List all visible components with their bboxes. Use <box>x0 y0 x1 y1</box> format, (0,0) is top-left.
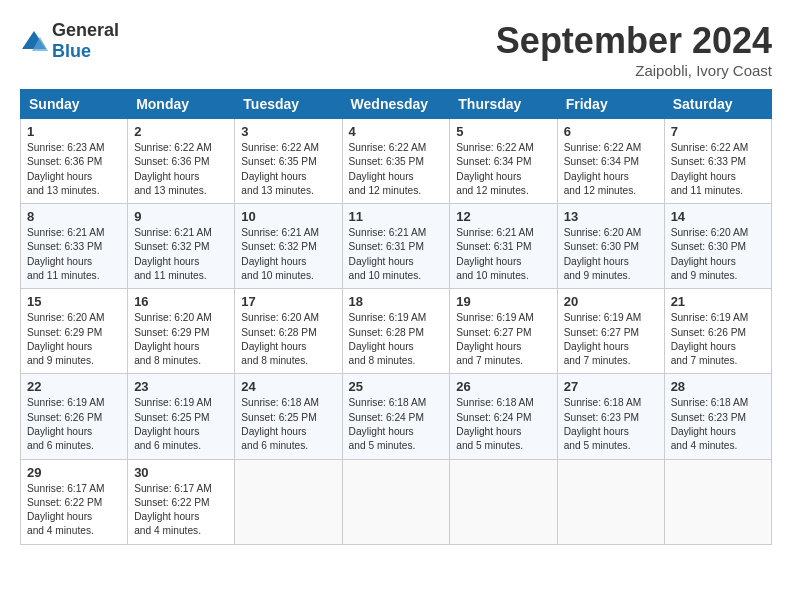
calendar-cell: 19 Sunrise: 6:19 AMSunset: 6:27 PMDaylig… <box>450 289 557 374</box>
logo-text-blue: Blue <box>52 41 91 61</box>
day-info: Sunrise: 6:19 AMSunset: 6:25 PMDaylight … <box>134 397 212 451</box>
calendar-cell: 18 Sunrise: 6:19 AMSunset: 6:28 PMDaylig… <box>342 289 450 374</box>
location: Zaipobli, Ivory Coast <box>496 62 772 79</box>
calendar-cell: 5 Sunrise: 6:22 AMSunset: 6:34 PMDayligh… <box>450 119 557 204</box>
day-info: Sunrise: 6:22 AMSunset: 6:35 PMDaylight … <box>349 142 427 196</box>
calendar-cell: 23 Sunrise: 6:19 AMSunset: 6:25 PMDaylig… <box>128 374 235 459</box>
calendar-cell: 21 Sunrise: 6:19 AMSunset: 6:26 PMDaylig… <box>664 289 771 374</box>
day-number: 18 <box>349 294 444 309</box>
weekday-header: Saturday <box>664 90 771 119</box>
day-info: Sunrise: 6:21 AMSunset: 6:32 PMDaylight … <box>134 227 212 281</box>
day-number: 3 <box>241 124 335 139</box>
day-info: Sunrise: 6:19 AMSunset: 6:27 PMDaylight … <box>456 312 534 366</box>
day-info: Sunrise: 6:20 AMSunset: 6:30 PMDaylight … <box>564 227 642 281</box>
day-number: 2 <box>134 124 228 139</box>
calendar-cell: 27 Sunrise: 6:18 AMSunset: 6:23 PMDaylig… <box>557 374 664 459</box>
day-info: Sunrise: 6:20 AMSunset: 6:30 PMDaylight … <box>671 227 749 281</box>
calendar-cell: 3 Sunrise: 6:22 AMSunset: 6:35 PMDayligh… <box>235 119 342 204</box>
day-info: Sunrise: 6:22 AMSunset: 6:33 PMDaylight … <box>671 142 749 196</box>
day-info: Sunrise: 6:22 AMSunset: 6:34 PMDaylight … <box>456 142 534 196</box>
day-info: Sunrise: 6:21 AMSunset: 6:32 PMDaylight … <box>241 227 319 281</box>
day-info: Sunrise: 6:21 AMSunset: 6:31 PMDaylight … <box>349 227 427 281</box>
day-info: Sunrise: 6:19 AMSunset: 6:27 PMDaylight … <box>564 312 642 366</box>
calendar-week-row: 22 Sunrise: 6:19 AMSunset: 6:26 PMDaylig… <box>21 374 772 459</box>
calendar-cell: 2 Sunrise: 6:22 AMSunset: 6:36 PMDayligh… <box>128 119 235 204</box>
calendar-cell: 17 Sunrise: 6:20 AMSunset: 6:28 PMDaylig… <box>235 289 342 374</box>
logo: General Blue <box>20 20 119 62</box>
weekday-header: Sunday <box>21 90 128 119</box>
calendar-cell: 30 Sunrise: 6:17 AMSunset: 6:22 PMDaylig… <box>128 459 235 544</box>
day-number: 27 <box>564 379 658 394</box>
calendar-week-row: 29 Sunrise: 6:17 AMSunset: 6:22 PMDaylig… <box>21 459 772 544</box>
day-info: Sunrise: 6:21 AMSunset: 6:31 PMDaylight … <box>456 227 534 281</box>
weekday-header: Wednesday <box>342 90 450 119</box>
day-info: Sunrise: 6:20 AMSunset: 6:28 PMDaylight … <box>241 312 319 366</box>
day-number: 26 <box>456 379 550 394</box>
day-number: 15 <box>27 294 121 309</box>
calendar-cell <box>557 459 664 544</box>
day-number: 17 <box>241 294 335 309</box>
calendar-cell: 29 Sunrise: 6:17 AMSunset: 6:22 PMDaylig… <box>21 459 128 544</box>
calendar-cell: 8 Sunrise: 6:21 AMSunset: 6:33 PMDayligh… <box>21 204 128 289</box>
calendar-cell <box>450 459 557 544</box>
day-info: Sunrise: 6:21 AMSunset: 6:33 PMDaylight … <box>27 227 105 281</box>
calendar-header-row: SundayMondayTuesdayWednesdayThursdayFrid… <box>21 90 772 119</box>
day-info: Sunrise: 6:18 AMSunset: 6:23 PMDaylight … <box>671 397 749 451</box>
calendar-cell <box>342 459 450 544</box>
title-block: September 2024 Zaipobli, Ivory Coast <box>496 20 772 79</box>
calendar-week-row: 8 Sunrise: 6:21 AMSunset: 6:33 PMDayligh… <box>21 204 772 289</box>
day-number: 20 <box>564 294 658 309</box>
day-number: 30 <box>134 465 228 480</box>
calendar-week-row: 15 Sunrise: 6:20 AMSunset: 6:29 PMDaylig… <box>21 289 772 374</box>
calendar-cell: 4 Sunrise: 6:22 AMSunset: 6:35 PMDayligh… <box>342 119 450 204</box>
weekday-header: Friday <box>557 90 664 119</box>
day-number: 6 <box>564 124 658 139</box>
day-number: 25 <box>349 379 444 394</box>
day-number: 11 <box>349 209 444 224</box>
weekday-header: Thursday <box>450 90 557 119</box>
page-header: General Blue September 2024 Zaipobli, Iv… <box>20 20 772 79</box>
calendar-cell: 16 Sunrise: 6:20 AMSunset: 6:29 PMDaylig… <box>128 289 235 374</box>
day-info: Sunrise: 6:22 AMSunset: 6:34 PMDaylight … <box>564 142 642 196</box>
day-info: Sunrise: 6:20 AMSunset: 6:29 PMDaylight … <box>134 312 212 366</box>
day-info: Sunrise: 6:19 AMSunset: 6:26 PMDaylight … <box>27 397 105 451</box>
calendar-cell: 7 Sunrise: 6:22 AMSunset: 6:33 PMDayligh… <box>664 119 771 204</box>
day-info: Sunrise: 6:20 AMSunset: 6:29 PMDaylight … <box>27 312 105 366</box>
calendar-cell: 15 Sunrise: 6:20 AMSunset: 6:29 PMDaylig… <box>21 289 128 374</box>
calendar-week-row: 1 Sunrise: 6:23 AMSunset: 6:36 PMDayligh… <box>21 119 772 204</box>
day-info: Sunrise: 6:19 AMSunset: 6:28 PMDaylight … <box>349 312 427 366</box>
day-number: 29 <box>27 465 121 480</box>
day-info: Sunrise: 6:23 AMSunset: 6:36 PMDaylight … <box>27 142 105 196</box>
day-number: 14 <box>671 209 765 224</box>
calendar-cell: 20 Sunrise: 6:19 AMSunset: 6:27 PMDaylig… <box>557 289 664 374</box>
calendar-cell <box>235 459 342 544</box>
day-number: 1 <box>27 124 121 139</box>
calendar-cell: 14 Sunrise: 6:20 AMSunset: 6:30 PMDaylig… <box>664 204 771 289</box>
day-info: Sunrise: 6:18 AMSunset: 6:24 PMDaylight … <box>456 397 534 451</box>
calendar-cell: 11 Sunrise: 6:21 AMSunset: 6:31 PMDaylig… <box>342 204 450 289</box>
day-info: Sunrise: 6:18 AMSunset: 6:23 PMDaylight … <box>564 397 642 451</box>
day-number: 28 <box>671 379 765 394</box>
calendar-cell: 26 Sunrise: 6:18 AMSunset: 6:24 PMDaylig… <box>450 374 557 459</box>
logo-text-general: General <box>52 20 119 40</box>
day-info: Sunrise: 6:18 AMSunset: 6:24 PMDaylight … <box>349 397 427 451</box>
day-info: Sunrise: 6:17 AMSunset: 6:22 PMDaylight … <box>134 483 212 537</box>
day-number: 13 <box>564 209 658 224</box>
calendar-cell: 13 Sunrise: 6:20 AMSunset: 6:30 PMDaylig… <box>557 204 664 289</box>
calendar-cell: 22 Sunrise: 6:19 AMSunset: 6:26 PMDaylig… <box>21 374 128 459</box>
day-number: 8 <box>27 209 121 224</box>
day-number: 10 <box>241 209 335 224</box>
calendar-cell: 12 Sunrise: 6:21 AMSunset: 6:31 PMDaylig… <box>450 204 557 289</box>
weekday-header: Monday <box>128 90 235 119</box>
day-number: 7 <box>671 124 765 139</box>
logo-icon <box>20 29 48 53</box>
day-number: 16 <box>134 294 228 309</box>
day-info: Sunrise: 6:22 AMSunset: 6:36 PMDaylight … <box>134 142 212 196</box>
day-number: 4 <box>349 124 444 139</box>
calendar-cell: 25 Sunrise: 6:18 AMSunset: 6:24 PMDaylig… <box>342 374 450 459</box>
day-number: 19 <box>456 294 550 309</box>
day-info: Sunrise: 6:19 AMSunset: 6:26 PMDaylight … <box>671 312 749 366</box>
weekday-header: Tuesday <box>235 90 342 119</box>
calendar-table: SundayMondayTuesdayWednesdayThursdayFrid… <box>20 89 772 545</box>
day-info: Sunrise: 6:22 AMSunset: 6:35 PMDaylight … <box>241 142 319 196</box>
